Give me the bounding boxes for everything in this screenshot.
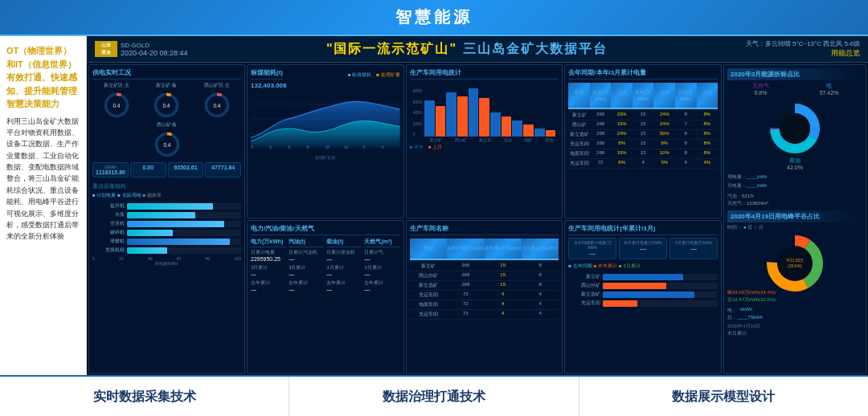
logo-box: 山东黄金 [95, 41, 117, 57]
prod-bar-1-label: 新立矿 [568, 273, 600, 280]
time-selector: 时间： ● 日 ○ 月 [727, 224, 862, 231]
gas-daily-label: 日累计汽油耗 [289, 249, 324, 256]
site-1: 新立矿 [568, 112, 590, 119]
table-row-6: 充运车间 72 8% 4 5% 4 4% [568, 159, 718, 169]
col-diesel: 柴油(t) 日累计柴油耗 — 3月累计 — 去年累计 — [326, 238, 362, 292]
bar-fill-6 [127, 247, 167, 254]
natgas-3m-value: — [364, 271, 399, 277]
site-4-prev-pct: 8% [611, 141, 633, 148]
bar-bg-6 [127, 247, 241, 254]
gauge-1-label: 新立矿区-主 [104, 82, 129, 89]
bar-unit: 耗电量(kWh) [92, 261, 241, 266]
site-4-curr: 15 [633, 141, 654, 148]
gas-pct: 0.8% [727, 90, 794, 96]
wh-r5c4: 4 [522, 301, 559, 308]
prod-bar-1-bg [603, 274, 718, 280]
svg-text:10: 10 [326, 145, 330, 149]
gas-col-title: 汽油(t) [289, 238, 324, 247]
page-title: 智慧能源 [395, 8, 473, 26]
highlight-text: OT（物理世界）和IT（信息世界）有效打通、快速感知、提升能耗管理智慧决策能力 [6, 44, 80, 111]
diesel-daily-value: — [326, 256, 362, 262]
workshop-detail-title: 生产车间名称 [410, 224, 559, 235]
gasoline-info: 汽油：5217t [727, 193, 862, 200]
tab-governance[interactable]: 数据治理打通技术 [289, 377, 579, 416]
wh-r1c4: 8 [522, 263, 559, 270]
site-1-3m: 8 [675, 112, 697, 119]
logo-area: 山东黄金 SD·GOLD 2020-04-20 08:28:44 [95, 41, 188, 57]
site-4-prev: 268 [590, 141, 612, 148]
wh-r2c4: 8 [522, 272, 559, 279]
bar-row-3: 空压机 [92, 220, 241, 227]
panel-workshop-stats: 生产车间用电统计 8000 6000 4000 2000 0 [406, 64, 563, 218]
energy-chart-xaxis: 处理矿石(t) [251, 155, 400, 160]
energy-chart-header: 标煤能耗(t) ■ 标准煤耗 ■ 处理矿量 [251, 68, 400, 82]
prod-bar-3-bg [603, 292, 718, 298]
panel-workshop-detail: 生产车间名称 车间 去年同期(万kWh) 本年累计(万kWh) 3月累计(万kW… [406, 220, 563, 374]
site-4-3m: 8 [675, 141, 697, 148]
energy-legend: ■ 标准煤耗 ■ 处理矿量 [348, 71, 400, 79]
table-row-1: 新立矿 268 23% 15 24% 8 8% [568, 111, 718, 120]
prod-bar-1-fill [603, 274, 683, 280]
title-main: 三山岛金矿大数据平台 [463, 42, 608, 55]
svg-text:12: 12 [344, 145, 349, 149]
bar-g1-2 [436, 106, 446, 137]
prod-bar-2-label: 西山分矿 [568, 282, 600, 289]
bar-g3-1 [469, 88, 479, 137]
daily-stats-row: 电：0kWh [727, 307, 862, 314]
bar-g5-2 [523, 124, 534, 137]
bar-label-2: 水泵 [92, 211, 125, 218]
prod-stat-1: 去年同期累计电量(万kWh) — [568, 238, 616, 259]
gauge-3: 西山矿区-主 0.4 [199, 82, 235, 120]
bar-bg-4 [127, 230, 241, 236]
gauge-4-label: 西山矿-备 [157, 121, 178, 128]
tab-display[interactable]: 数据展示模型设计 [579, 377, 868, 416]
donut2-wrap: 平21.52万 (33.6%) [763, 231, 827, 296]
site-5-3m: 8 [675, 150, 697, 157]
diesel-daily-label: 日累计柴油耗 [326, 249, 362, 256]
wh-r3c3: 15 [485, 282, 522, 289]
site-6-prev-pct: 8% [611, 160, 633, 167]
site-6-3m-pct: 4% [697, 160, 719, 167]
bar-g2-1 [446, 92, 457, 137]
wh-r5c1: 地面车间 [410, 301, 447, 308]
elec-prev-value: — [251, 287, 286, 292]
site-3-prev: 268 [590, 131, 612, 138]
equipment-legend: ■ 计划电量 ■ 实际用电 ■ 能效率 [92, 192, 241, 199]
equipment-bars: 提升机 水泵 空压机 [92, 201, 241, 255]
site-6-3m: 4 [675, 160, 697, 167]
energy-total: 132,403.008 [251, 82, 400, 89]
natgas-prev-value: — [364, 287, 399, 292]
workshop-row-2: 西山分矿 268 15 8 [410, 271, 559, 281]
daily-label: 电： [727, 307, 737, 314]
today-label: 本日累计 [727, 330, 862, 337]
site-3-curr: 15 [633, 131, 654, 138]
site-5-curr: 15 [633, 150, 654, 157]
elec-prev-label: 去年累计 [251, 279, 286, 287]
site-2-curr: 15 [633, 121, 654, 128]
bar-group-2 [446, 92, 467, 137]
site-1-prev-pct: 23% [611, 112, 633, 119]
bar-row-2: 水泵 [92, 211, 241, 218]
natgas-daily-value: — [364, 256, 399, 262]
energy-electric: 电 57.42% [796, 82, 862, 96]
legend-plan: ■ 标准煤耗 [348, 71, 371, 79]
prod-stat-2-value: — [622, 245, 664, 252]
dashboard-header: 山东黄金 SD·GOLD 2020-04-20 08:28:44 "国际一流示范… [87, 36, 868, 63]
table-row-3: 新立选矿 268 24% 15 50% 8 8% [568, 130, 718, 140]
legend-actual: ■ 处理矿量 [376, 71, 399, 79]
bar-group-5 [512, 120, 533, 137]
diesel-3m-value: — [326, 271, 362, 277]
production-bottom-title: 生产车间用电统计(年累计/3月) [568, 224, 718, 235]
prod-legend-3: ■ 3月累计 [619, 263, 641, 270]
time-month: ○ 月 [754, 224, 763, 231]
tab-realtime[interactable]: 实时数据采集技术 [0, 377, 289, 416]
wh-r4c2: 72 [447, 292, 484, 299]
prod-bar-2: 西山分矿 [568, 282, 718, 289]
site-3-prev-pct: 24% [611, 131, 633, 138]
kpi-1-value: 1118315.80 [96, 169, 125, 175]
bar-fill-5 [127, 239, 230, 245]
bar-g4-1 [490, 112, 501, 137]
vbar-chart: 8000 6000 4000 2000 0 [410, 82, 559, 137]
gas-prev-label: 去年累计 [289, 279, 324, 287]
site-2-curr-pct: 24% [653, 121, 675, 128]
